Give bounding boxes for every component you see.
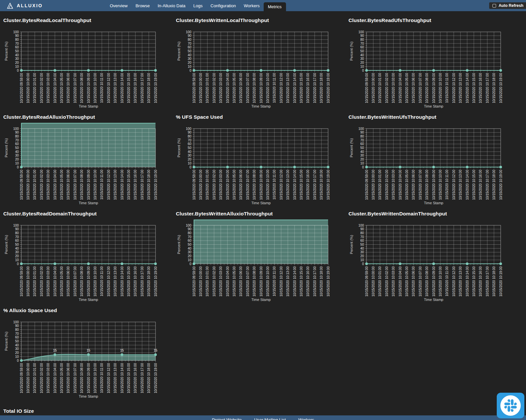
- svg-text:10/15/2020 10:11:00: 10/15/2020 10:11:00: [445, 266, 449, 296]
- chart-title: Cluster.BytesWrittenDomainThroughput: [348, 211, 521, 217]
- nav-item-overview[interactable]: Overview: [106, 0, 132, 11]
- svg-text:10/15/2020 10:04:00: 10/15/2020 10:04:00: [226, 73, 229, 103]
- svg-text:90: 90: [360, 131, 364, 134]
- svg-text:10/15/2020 10:17:00: 10/15/2020 10:17:00: [140, 266, 144, 297]
- grid-lines: [194, 129, 328, 167]
- svg-text:10/15/2020 10:07:00: 10/15/2020 10:07:00: [246, 170, 250, 200]
- svg-text:10/15/2020 10:05:00: 10/15/2020 10:05:00: [60, 73, 63, 103]
- x-tick-labels: 10/15/2020 09:59:0010/15/2020 10:00:0010…: [365, 170, 503, 200]
- svg-text:10/15/2020 10:09:00: 10/15/2020 10:09:00: [259, 266, 263, 297]
- x-tick-labels: 10/15/2020 09:59:0010/15/2020 10:00:0010…: [192, 170, 330, 200]
- x-axis-title: Time Stamp: [79, 201, 98, 205]
- svg-text:10/15/2020 10:10:00: 10/15/2020 10:10:00: [93, 170, 97, 200]
- svg-text:20: 20: [360, 61, 364, 64]
- svg-text:10: 10: [188, 65, 192, 68]
- svg-text:10/15/2020 10:12:00: 10/15/2020 10:12:00: [279, 73, 283, 103]
- svg-text:10/15/2020 10:13:00: 10/15/2020 10:13:00: [286, 73, 290, 103]
- svg-text:10/15/2020 10:05:00: 10/15/2020 10:05:00: [60, 363, 63, 393]
- svg-text:10/15/2020 10:03:00: 10/15/2020 10:03:00: [219, 266, 223, 297]
- svg-text:10/15/2020 10:06:00: 10/15/2020 10:06:00: [412, 266, 415, 297]
- footer-link-project-website[interactable]: Project Website: [212, 417, 242, 420]
- svg-text:10: 10: [15, 161, 19, 165]
- svg-text:10: 10: [360, 161, 364, 165]
- svg-text:10/15/2020 10:01:00: 10/15/2020 10:01:00: [378, 266, 382, 297]
- brand[interactable]: ALLUXIO: [7, 0, 43, 11]
- svg-text:10/15/2020 10:17:00: 10/15/2020 10:17:00: [313, 170, 317, 200]
- svg-text:10/15/2020 10:05:00: 10/15/2020 10:05:00: [405, 266, 409, 297]
- svg-text:10/15/2020 10:08:00: 10/15/2020 10:08:00: [80, 363, 84, 393]
- svg-text:30: 30: [15, 57, 19, 61]
- nav-item-workers[interactable]: Workers: [240, 0, 264, 11]
- svg-text:10/15/2020 10:07:00: 10/15/2020 10:07:00: [73, 170, 77, 200]
- svg-text:10/15/2020 10:17:00: 10/15/2020 10:17:00: [486, 170, 489, 200]
- svg-text:10/15/2020 10:16:00: 10/15/2020 10:16:00: [133, 266, 137, 297]
- svg-text:10/15/2020 09:59:00: 10/15/2020 09:59:00: [365, 266, 369, 297]
- y-tick-labels: 0102030405060708090100: [13, 224, 19, 266]
- svg-text:10/15/2020 10:03:00: 10/15/2020 10:03:00: [392, 266, 395, 297]
- svg-text:10/15/2020 10:09:00: 10/15/2020 10:09:00: [87, 363, 90, 393]
- y-axis-title: Percent (%): [177, 235, 181, 254]
- svg-text:10/15/2020 10:16:00: 10/15/2020 10:16:00: [133, 363, 137, 393]
- svg-text:10/15/2020 10:12:00: 10/15/2020 10:12:00: [107, 73, 110, 103]
- svg-text:0: 0: [362, 69, 364, 72]
- svg-text:10/15/2020 10:11:00: 10/15/2020 10:11:00: [100, 266, 104, 296]
- svg-text:10/15/2020 10:17:00: 10/15/2020 10:17:00: [140, 170, 144, 200]
- chart-title: Cluster.BytesWrittenUfsThroughput: [348, 114, 521, 120]
- svg-text:10/15/2020 10:00:00: 10/15/2020 10:00:00: [371, 170, 375, 200]
- svg-text:10/15/2020 10:15:00: 10/15/2020 10:15:00: [472, 170, 476, 200]
- svg-text:10/15/2020 10:00:00: 10/15/2020 10:00:00: [199, 266, 203, 297]
- svg-text:10: 10: [188, 258, 192, 262]
- chart-plot: 010203040506070809010010/15/2020 09:59:0…: [348, 27, 503, 110]
- nav-item-metrics[interactable]: Metrics: [264, 2, 286, 11]
- svg-text:40: 40: [360, 150, 364, 154]
- svg-text:60: 60: [188, 142, 192, 146]
- svg-text:10/15/2020 10:09:00: 10/15/2020 10:09:00: [432, 266, 436, 297]
- svg-text:10/15/2020 10:04:00: 10/15/2020 10:04:00: [398, 170, 402, 200]
- svg-text:10/15/2020 10:09:00: 10/15/2020 10:09:00: [432, 170, 436, 200]
- axis-ticks: [20, 225, 156, 265]
- nav-item-in-alluxio-data[interactable]: In-Alluxio Data: [154, 0, 190, 11]
- svg-text:10/15/2020 10:01:00: 10/15/2020 10:01:00: [33, 170, 36, 200]
- svg-text:10/15/2020 10:12:00: 10/15/2020 10:12:00: [107, 170, 110, 200]
- chart-plot: 010203040506070809010010/15/2020 09:59:0…: [3, 220, 158, 303]
- chart-ufs-space-used: % UFS Space Used 01020304050607080901001…: [176, 111, 348, 206]
- y-axis-title: Percent (%): [349, 41, 353, 61]
- svg-text:10/15/2020 10:14:00: 10/15/2020 10:14:00: [466, 266, 469, 297]
- svg-text:10/15/2020 10:18:00: 10/15/2020 10:18:00: [492, 266, 496, 297]
- svg-text:10/15/2020 10:12:00: 10/15/2020 10:12:00: [279, 170, 283, 200]
- svg-text:80: 80: [15, 328, 19, 332]
- auto-refresh-toggle[interactable]: Auto Refresh: [489, 2, 526, 9]
- y-tick-labels: 0102030405060708090100: [358, 224, 364, 266]
- chart-title: Cluster.BytesReadUfsThroughput: [348, 17, 521, 23]
- svg-text:10/15/2020 10:19:00: 10/15/2020 10:19:00: [154, 73, 157, 103]
- svg-text:90: 90: [360, 227, 364, 231]
- nav-item-configuration[interactable]: Configuration: [206, 0, 240, 11]
- nav-item-browse[interactable]: Browse: [132, 0, 154, 11]
- svg-text:10/15/2020 10:15:00: 10/15/2020 10:15:00: [127, 363, 131, 393]
- brand-name: ALLUXIO: [17, 3, 43, 8]
- y-axis-title: Percent (%): [4, 332, 8, 351]
- svg-text:10/15/2020 10:08:00: 10/15/2020 10:08:00: [425, 73, 429, 103]
- svg-text:30: 30: [15, 250, 19, 254]
- footer-link-user-mailing-list[interactable]: User Mailing List: [254, 417, 286, 420]
- svg-text:10/15/2020 10:11:00: 10/15/2020 10:11:00: [273, 170, 276, 200]
- svg-text:10: 10: [15, 258, 19, 262]
- svg-text:100: 100: [186, 127, 191, 131]
- footer-link-workers[interactable]: Workers: [298, 417, 314, 420]
- nav-item-logs[interactable]: Logs: [189, 0, 206, 11]
- svg-text:10/15/2020 10:17:00: 10/15/2020 10:17:00: [486, 73, 489, 103]
- svg-text:10/15/2020 10:02:00: 10/15/2020 10:02:00: [40, 73, 43, 103]
- svg-text:20: 20: [188, 158, 192, 161]
- svg-text:10/15/2020 10:05:00: 10/15/2020 10:05:00: [232, 266, 236, 297]
- svg-text:10/15/2020 10:05:00: 10/15/2020 10:05:00: [405, 170, 409, 200]
- svg-text:0: 0: [189, 165, 191, 169]
- svg-text:10/15/2020 10:01:00: 10/15/2020 10:01:00: [205, 266, 209, 297]
- x-axis-title: Time Stamp: [251, 298, 271, 302]
- svg-text:10/15/2020 10:14:00: 10/15/2020 10:14:00: [293, 170, 297, 200]
- svg-text:90: 90: [188, 227, 192, 231]
- svg-text:10/15/2020 10:03:00: 10/15/2020 10:03:00: [46, 266, 50, 297]
- svg-text:10/15/2020 10:02:00: 10/15/2020 10:02:00: [385, 170, 389, 200]
- chart-bytes-written-alluxio-throughput: Cluster.BytesWrittenAlluxioThroughput 01…: [176, 208, 348, 303]
- slack-button[interactable]: [497, 393, 524, 418]
- svg-text:50: 50: [188, 146, 192, 150]
